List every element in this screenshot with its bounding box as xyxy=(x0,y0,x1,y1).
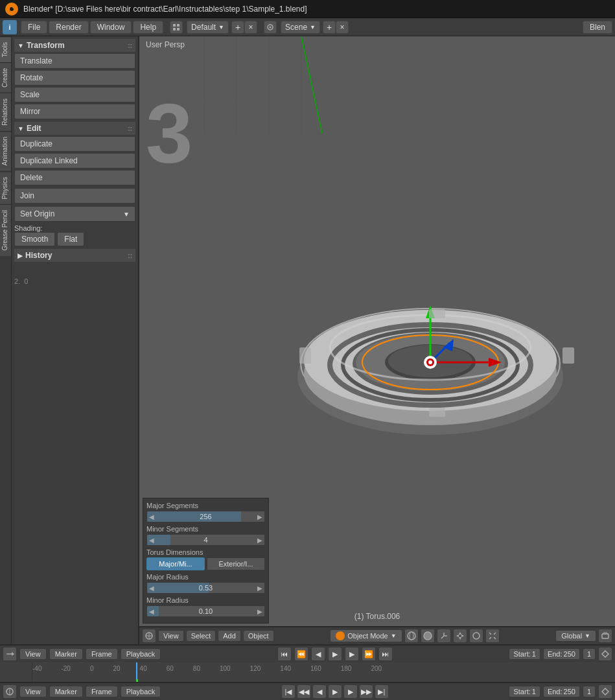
viewport-icon-button[interactable] xyxy=(142,629,156,643)
layout-icon xyxy=(170,21,183,34)
play-button[interactable]: ▶ xyxy=(328,647,342,661)
layout-selector[interactable]: Default ▼ xyxy=(187,21,229,34)
major-radius-slider[interactable]: ◀▶ 0.53 xyxy=(146,582,265,594)
mirror-button[interactable]: Mirror xyxy=(14,104,135,119)
bottom-icon[interactable] xyxy=(3,684,17,699)
bottom-play[interactable]: ▶ xyxy=(328,684,342,699)
scene-remove-button[interactable]: × xyxy=(336,21,349,34)
window-menu[interactable]: Window xyxy=(90,21,132,34)
transform-section: ▼ Transform :: Translate Rotate Scale Mi… xyxy=(14,39,135,119)
timeline-view-button[interactable]: View xyxy=(19,648,47,660)
render-menu[interactable]: Render xyxy=(49,21,88,34)
translate-button[interactable]: Translate xyxy=(14,53,135,69)
select-button[interactable]: Select xyxy=(186,630,216,642)
object-button[interactable]: Object xyxy=(243,630,274,642)
smooth-button[interactable]: Smooth xyxy=(14,232,55,246)
svg-rect-6 xyxy=(177,28,180,30)
timeline-side xyxy=(0,662,32,682)
duplicate-button[interactable]: Duplicate xyxy=(14,136,135,152)
jump-start-button[interactable]: ⏮ xyxy=(277,647,292,661)
major-segments-slider[interactable]: ◀▶ 256 xyxy=(146,511,265,522)
sidebar-tab-grease-pencil[interactable]: Grease Pencil xyxy=(0,204,11,256)
transform-header[interactable]: ▼ Transform :: xyxy=(14,39,135,52)
bottom-frame-button[interactable]: Frame xyxy=(86,686,118,697)
bottom-jump-end[interactable]: ▶| xyxy=(375,684,389,699)
bottom-jump-start[interactable]: |◀ xyxy=(281,684,296,699)
layout-add-button[interactable]: + xyxy=(231,21,244,34)
rotate-icon[interactable] xyxy=(469,629,483,643)
timeline-playback-button[interactable]: Playback xyxy=(121,648,161,660)
set-origin-button[interactable]: Set Origin ▼ xyxy=(14,206,135,222)
move-icon[interactable] xyxy=(453,629,467,643)
blend-button[interactable]: Blen xyxy=(583,21,612,34)
add-button[interactable]: Add xyxy=(218,630,241,642)
next-keyframe-button[interactable]: ▶ xyxy=(345,647,359,661)
layers-icon[interactable] xyxy=(598,629,612,643)
history-header[interactable]: ▶ History :: xyxy=(14,249,135,262)
view-button[interactable]: View xyxy=(158,630,184,642)
scene-add-button[interactable]: + xyxy=(323,21,336,34)
svg-line-80 xyxy=(441,636,444,638)
bottom-end-field[interactable]: End: 250 xyxy=(543,686,580,697)
minor-radius-slider[interactable]: ◀▶ 0.10 xyxy=(146,605,265,617)
bottom-next[interactable]: ▶ xyxy=(343,684,358,699)
bottom-play-fwd[interactable]: ▶▶ xyxy=(359,684,373,699)
bottom-playback-button[interactable]: Playback xyxy=(121,686,161,697)
timeline-body[interactable]: -40 -20 0 20 40 60 80 100 120 140 160 18… xyxy=(0,662,615,682)
sidebar-tab-create[interactable]: Create xyxy=(0,62,11,93)
mode-selector[interactable]: Object Mode ▼ xyxy=(330,629,402,642)
bottom-play-back[interactable]: ◀◀ xyxy=(297,684,311,699)
sidebar-tab-relations[interactable]: Relations xyxy=(0,93,11,131)
shading-icon-button[interactable] xyxy=(421,629,435,643)
scale-button[interactable]: Scale xyxy=(14,87,135,102)
sphere-icon-button[interactable] xyxy=(404,629,419,643)
timeline-frame-button[interactable]: Frame xyxy=(86,648,118,660)
edit-header[interactable]: ▼ Edit :: xyxy=(14,122,135,135)
viewport-toolbar: View Select Add Object Object Mode ▼ xyxy=(139,626,615,644)
next-frame-button[interactable]: ⏩ xyxy=(362,647,376,661)
viewport-container[interactable]: 3 xyxy=(139,36,615,644)
bottom-marker-button[interactable]: Marker xyxy=(49,686,83,697)
minor-segments-slider[interactable]: ◀▶ 4 xyxy=(146,534,265,546)
svg-rect-64 xyxy=(429,408,445,417)
exterior-button[interactable]: Exterior/I... xyxy=(207,557,265,570)
manipulator-icon[interactable] xyxy=(437,629,451,643)
prev-frame-button[interactable]: ⏪ xyxy=(294,647,308,661)
join-button[interactable]: Join xyxy=(14,188,135,204)
bottom-prev[interactable]: ◀ xyxy=(312,684,327,699)
svg-line-89 xyxy=(494,637,496,639)
history-label: History xyxy=(25,251,52,260)
scene-selector[interactable]: Scene ▼ xyxy=(281,21,320,34)
bottom-keying-icon[interactable] xyxy=(598,684,612,699)
info-button[interactable]: i xyxy=(3,20,17,34)
start-field[interactable]: Start: 1 xyxy=(509,648,540,660)
history-section: ▶ History :: xyxy=(14,249,135,262)
bottom-start-field[interactable]: Start: 1 xyxy=(509,686,540,697)
sidebar-tab-animation[interactable]: Animation xyxy=(0,131,11,170)
rotate-button[interactable]: Rotate xyxy=(14,70,135,86)
bottom-current-field[interactable]: 1 xyxy=(583,686,596,697)
timeline-marker-button[interactable]: Marker xyxy=(49,648,83,660)
scale-icon[interactable] xyxy=(485,629,500,643)
svg-point-8 xyxy=(270,26,272,28)
duplicate-linked-button[interactable]: Duplicate Linked xyxy=(14,153,135,169)
global-selector[interactable]: Global ▼ xyxy=(555,630,596,642)
jump-end-button[interactable]: ⏭ xyxy=(378,647,393,661)
sidebar-tab-physics[interactable]: Physics xyxy=(0,171,11,204)
delete-button[interactable]: Delete xyxy=(14,170,135,185)
bottom-view-button[interactable]: View xyxy=(19,686,47,697)
end-field[interactable]: End: 250 xyxy=(543,648,580,660)
torus-dimensions-row: Major/Mi... Exterior/I... xyxy=(146,557,265,570)
keying-icon[interactable] xyxy=(598,647,612,661)
major-mi-button[interactable]: Major/Mi... xyxy=(146,557,205,570)
prev-keyframe-button[interactable]: ◀ xyxy=(311,647,325,661)
layout-remove-button[interactable]: × xyxy=(244,21,257,34)
help-menu[interactable]: Help xyxy=(133,21,163,34)
history-dots: :: xyxy=(128,252,132,259)
file-menu[interactable]: File xyxy=(21,21,47,34)
sidebar-tab-tools[interactable]: Tools xyxy=(0,36,11,62)
flat-button[interactable]: Flat xyxy=(57,232,84,246)
current-frame-field[interactable]: 1 xyxy=(583,648,596,660)
timeline-icon[interactable] xyxy=(3,647,17,661)
blender-logo xyxy=(5,3,18,16)
